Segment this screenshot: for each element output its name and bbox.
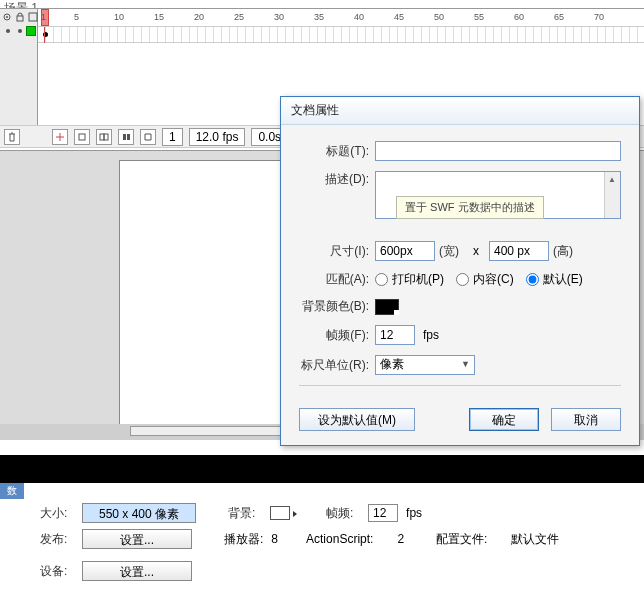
framerate-input[interactable] xyxy=(375,325,415,345)
match-printer-radio[interactable] xyxy=(375,273,388,286)
bg-color-swatch[interactable] xyxy=(270,506,290,520)
divider-bar xyxy=(0,455,644,483)
divider xyxy=(299,385,621,386)
height-input[interactable] xyxy=(489,241,549,261)
size-label: 大小: xyxy=(40,505,74,522)
bg-label: 背景: xyxy=(228,505,262,522)
width-input[interactable] xyxy=(375,241,435,261)
ruler-tick: 45 xyxy=(394,12,404,22)
layer-row[interactable] xyxy=(0,23,37,39)
dimensions-label: 尺寸(I): xyxy=(299,243,375,260)
lock-icon[interactable] xyxy=(15,11,25,21)
ruler-units-label: 标尺单位(R): xyxy=(299,357,375,374)
device-label: 设备: xyxy=(40,563,74,580)
ruler-tick: 65 xyxy=(554,12,564,22)
ruler-units-select[interactable]: 像素 xyxy=(375,355,475,375)
ruler-tick: 10 xyxy=(114,12,124,22)
svg-rect-2 xyxy=(17,16,23,21)
description-textarea[interactable]: 置于 SWF 元数据中的描述 ▲ xyxy=(375,171,621,219)
edit-multiple-icon[interactable] xyxy=(118,129,134,145)
match-default-label: 默认(E) xyxy=(543,271,583,288)
match-content-label: 内容(C) xyxy=(473,271,514,288)
ruler-tick: 15 xyxy=(154,12,164,22)
match-label: 匹配(A): xyxy=(299,271,375,288)
ruler-tick: 50 xyxy=(434,12,444,22)
description-label: 描述(D): xyxy=(299,171,375,188)
svg-rect-3 xyxy=(29,13,37,21)
scroll-up-icon[interactable]: ▲ xyxy=(605,172,619,186)
ruler-tick: 25 xyxy=(234,12,244,22)
fps-label: 帧频: xyxy=(326,505,360,522)
width-text: (宽) xyxy=(439,243,459,260)
trash-icon[interactable] xyxy=(4,129,20,145)
svg-rect-6 xyxy=(104,134,108,140)
actionscript-label: ActionScript: xyxy=(306,532,373,546)
dialog-title: 文档属性 xyxy=(281,97,639,125)
ok-button[interactable]: 确定 xyxy=(469,408,539,431)
eye-icon[interactable] xyxy=(2,11,12,21)
cancel-button[interactable]: 取消 xyxy=(551,408,621,431)
title-input[interactable] xyxy=(375,141,621,161)
ruler-tick: 5 xyxy=(74,12,79,22)
ruler-tick: 40 xyxy=(354,12,364,22)
framerate-unit: fps xyxy=(423,328,439,342)
frame-rate: 12.0 fps xyxy=(189,128,246,146)
player-label: 播放器: xyxy=(224,531,263,548)
config-label: 配置文件: xyxy=(436,531,487,548)
make-default-button[interactable]: 设为默认值(M) xyxy=(299,408,415,431)
ruler-tick: 70 xyxy=(594,12,604,22)
size-button[interactable]: 550 x 400 像素 xyxy=(82,503,196,523)
match-printer-label: 打印机(P) xyxy=(392,271,444,288)
ruler-tick: 20 xyxy=(194,12,204,22)
height-text: (高) xyxy=(553,243,573,260)
bgcolor-swatch[interactable] xyxy=(375,299,399,315)
config-value: 默认文件 xyxy=(511,531,559,548)
publish-label: 发布: xyxy=(40,531,74,548)
svg-rect-8 xyxy=(127,134,130,140)
framerate-label: 帧频(F): xyxy=(299,327,375,344)
svg-rect-5 xyxy=(100,134,104,140)
fps-unit: fps xyxy=(406,506,422,520)
ruler-tick: 55 xyxy=(474,12,484,22)
actionscript-value: 2 xyxy=(397,532,404,546)
layer-color-swatch xyxy=(26,26,36,36)
ruler-tick: 35 xyxy=(314,12,324,22)
title-field-label: 标题(T): xyxy=(299,143,375,160)
document-properties-dialog: 文档属性 标题(T): 描述(D): 置于 SWF 元数据中的描述 ▲ 尺寸(I… xyxy=(280,96,640,446)
player-value: 8 xyxy=(271,532,278,546)
ruler-tick: 1 xyxy=(41,12,46,22)
ruler-tick: 60 xyxy=(514,12,524,22)
properties-tab[interactable]: 数 xyxy=(0,483,24,499)
properties-panel: 大小: 550 x 400 像素 背景: 帧频: fps 发布: 设置... 播… xyxy=(40,500,624,590)
timeline-frames[interactable] xyxy=(38,27,644,43)
modify-markers-icon[interactable] xyxy=(140,129,156,145)
match-default-radio[interactable] xyxy=(526,273,539,286)
svg-rect-4 xyxy=(79,134,85,140)
bgcolor-label: 背景颜色(B): xyxy=(299,298,375,315)
center-frame-icon[interactable] xyxy=(52,129,68,145)
svg-rect-7 xyxy=(123,134,126,140)
svg-point-1 xyxy=(6,16,8,18)
outline-icon[interactable] xyxy=(28,11,38,21)
onion-skin-icon[interactable] xyxy=(74,129,90,145)
onion-skin-outline-icon[interactable] xyxy=(96,129,112,145)
device-settings-button[interactable]: 设置... xyxy=(82,561,192,581)
ruler-tick: 30 xyxy=(274,12,284,22)
current-frame: 1 xyxy=(162,128,183,146)
tooltip: 置于 SWF 元数据中的描述 xyxy=(396,196,544,219)
publish-settings-button[interactable]: 设置... xyxy=(82,529,192,549)
match-content-radio[interactable] xyxy=(456,273,469,286)
timeline-ruler[interactable]: 1 5 10 15 20 25 30 35 40 45 50 55 60 65 … xyxy=(38,9,644,27)
textarea-scrollbar[interactable]: ▲ xyxy=(604,172,620,218)
fps-input[interactable] xyxy=(368,504,398,522)
x-separator: x xyxy=(473,244,479,258)
